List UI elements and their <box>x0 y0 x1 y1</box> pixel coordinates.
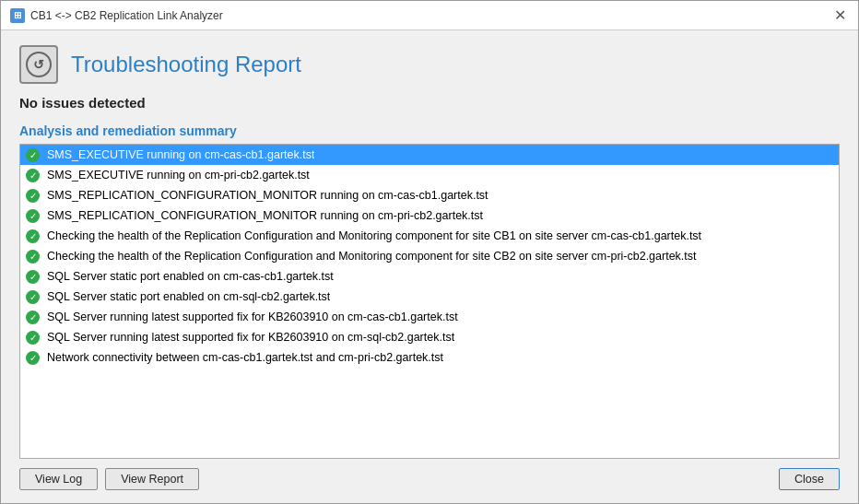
list-item[interactable]: ✓Checking the health of the Replication … <box>20 246 839 266</box>
list-item-text: SQL Server running latest supported fix … <box>47 311 458 323</box>
check-icon: ✓ <box>26 169 40 182</box>
analysis-section-title: Analysis and remediation summary <box>19 123 840 138</box>
no-issues-label: No issues detected <box>19 95 840 111</box>
footer: View Log View Report Close <box>19 459 840 494</box>
list-item[interactable]: ✓Network connectivity between cm-cas-cb1… <box>20 347 839 368</box>
list-item[interactable]: ✓SQL Server running latest supported fix… <box>20 307 839 327</box>
view-report-button[interactable]: View Report <box>105 468 199 490</box>
close-button[interactable]: Close <box>779 468 840 490</box>
list-item-text: SMS_EXECUTIVE running on cm-cas-cb1.gart… <box>47 148 314 161</box>
analysis-list[interactable]: ✓SMS_EXECUTIVE running on cm-cas-cb1.gar… <box>20 145 839 458</box>
window-close-button[interactable]: ✕ <box>830 6 849 25</box>
list-item[interactable]: ✓SQL Server static port enabled on cm-sq… <box>20 287 839 307</box>
list-item[interactable]: ✓SMS_REPLICATION_CONFIGURATION_MONITOR r… <box>20 205 839 226</box>
list-item-text: Network connectivity between cm-cas-cb1.… <box>47 351 443 364</box>
report-title: Troubleshooting Report <box>71 52 301 77</box>
check-icon: ✓ <box>26 189 40 203</box>
list-item-text: SMS_EXECUTIVE running on cm-pri-cb2.gart… <box>47 169 310 182</box>
list-item[interactable]: ✓SQL Server running latest supported fix… <box>20 327 839 347</box>
list-item-text: SMS_REPLICATION_CONFIGURATION_MONITOR ru… <box>47 209 483 222</box>
check-icon: ✓ <box>26 270 40 284</box>
list-item-text: Checking the health of the Replication C… <box>47 250 697 263</box>
list-item-text: SQL Server static port enabled on cm-sql… <box>47 290 330 303</box>
title-bar-left: ⊞ CB1 <-> CB2 Replication Link Analyzer <box>10 8 223 23</box>
check-icon: ✓ <box>26 331 40 345</box>
content-area: ↺ Troubleshooting Report No issues detec… <box>1 30 858 503</box>
list-item[interactable]: ✓SMS_EXECUTIVE running on cm-cas-cb1.gar… <box>20 145 839 165</box>
check-icon: ✓ <box>26 209 40 223</box>
check-icon: ✓ <box>26 229 40 243</box>
check-icon: ✓ <box>26 351 40 365</box>
list-item-text: SQL Server running latest supported fix … <box>47 331 454 344</box>
footer-left-buttons: View Log View Report <box>19 468 199 490</box>
list-item[interactable]: ✓SMS_EXECUTIVE running on cm-pri-cb2.gar… <box>20 165 839 185</box>
list-item[interactable]: ✓Checking the health of the Replication … <box>20 226 839 246</box>
check-icon: ✓ <box>26 311 40 324</box>
list-item[interactable]: ✓SMS_REPLICATION_CONFIGURATION_MONITOR r… <box>20 185 839 205</box>
window-icon: ⊞ <box>10 8 25 23</box>
list-item-text: SQL Server static port enabled on cm-cas… <box>47 270 334 283</box>
list-item-text: SMS_REPLICATION_CONFIGURATION_MONITOR ru… <box>47 189 488 202</box>
window-title: CB1 <-> CB2 Replication Link Analyzer <box>30 9 223 22</box>
check-icon: ✓ <box>26 250 40 264</box>
report-icon-inner: ↺ <box>26 52 52 77</box>
check-icon: ✓ <box>26 148 40 162</box>
list-item[interactable]: ✓SQL Server static port enabled on cm-ca… <box>20 266 839 287</box>
report-header: ↺ Troubleshooting Report <box>19 45 840 84</box>
view-log-button[interactable]: View Log <box>19 468 98 490</box>
report-icon: ↺ <box>19 45 58 84</box>
list-item-text: Checking the health of the Replication C… <box>47 229 701 242</box>
title-bar: ⊞ CB1 <-> CB2 Replication Link Analyzer … <box>1 1 858 30</box>
check-icon: ✓ <box>26 290 40 304</box>
main-window: ⊞ CB1 <-> CB2 Replication Link Analyzer … <box>0 0 859 504</box>
analysis-list-container: ✓SMS_EXECUTIVE running on cm-cas-cb1.gar… <box>19 144 840 459</box>
